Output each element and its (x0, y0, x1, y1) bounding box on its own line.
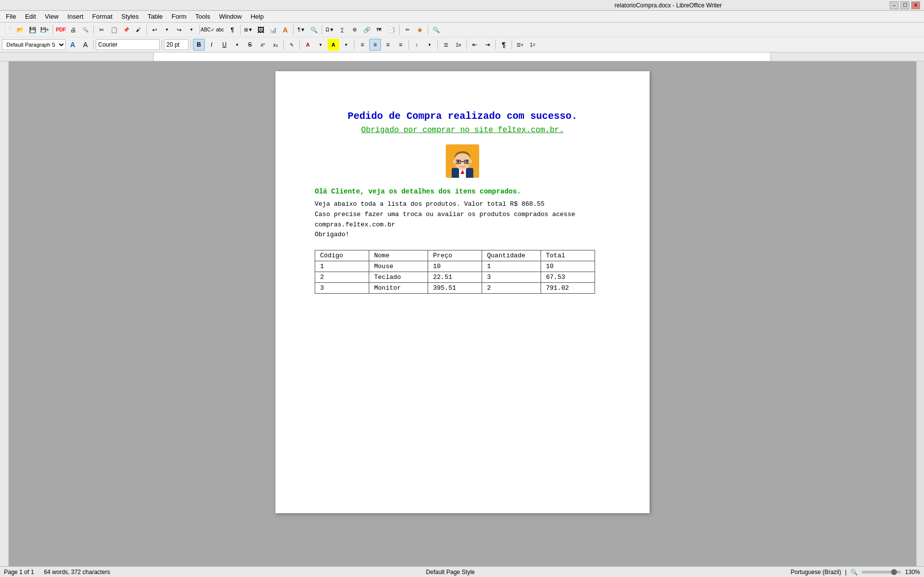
spelling-button[interactable]: ABC✓ (202, 24, 214, 36)
draw-button[interactable]: ✏ (402, 24, 413, 36)
nonprint-button[interactable]: ¶ (226, 24, 238, 36)
fsep10 (495, 40, 496, 50)
align-left-button[interactable]: ≡ (356, 39, 368, 51)
sep7 (322, 25, 322, 35)
table-cell-nome: Mouse (369, 261, 428, 272)
new-button[interactable]: 📄 (2, 24, 14, 36)
font-style-a-button[interactable]: A (67, 39, 79, 51)
italic-button[interactable]: I (206, 39, 217, 51)
cut-button[interactable]: ✂ (96, 24, 108, 36)
subscript-button[interactable]: x₂ (270, 39, 281, 51)
table-cell-total: 67.53 (541, 272, 595, 283)
copy-button[interactable]: 📋 (108, 24, 120, 36)
align-justify-button[interactable]: ≡ (395, 39, 407, 51)
zoom-tools: 🔍 (430, 24, 442, 36)
zoom-button[interactable]: 🔍 (430, 24, 442, 36)
save-button[interactable]: 💾 (27, 24, 38, 36)
zoom-percent: 130% (905, 569, 920, 576)
more-format-button[interactable]: ¶ (498, 39, 510, 51)
paste-button[interactable]: 📌 (120, 24, 132, 36)
fsep2 (162, 40, 162, 50)
table-button[interactable]: ⊞▼ (243, 24, 254, 36)
clone-button[interactable]: 🖌 (133, 24, 144, 36)
highlight-button[interactable]: ✎ (286, 39, 298, 51)
menu-edit[interactable]: Edit (21, 12, 40, 21)
special-char-button[interactable]: Ω▼ (324, 24, 336, 36)
redo-button[interactable]: ↪ (173, 24, 185, 36)
svg-point-13 (453, 160, 456, 164)
document-title: Pedido de Compra realizado com sucesso. (315, 110, 610, 122)
menu-help[interactable]: Help (246, 12, 268, 21)
maximize-button[interactable]: ☐ (900, 1, 909, 9)
close-button[interactable]: ✕ (911, 1, 920, 9)
word-count: 64 words, 372 characters (44, 569, 110, 576)
table-cell-preco: 10 (428, 261, 482, 272)
font-color-button[interactable]: A (302, 39, 314, 51)
table-row: 2Teclado22.51367.53 (315, 272, 595, 283)
line-spacing-button[interactable]: ↕ (411, 39, 423, 51)
autocorrect-button[interactable]: abc (214, 24, 226, 36)
menu-tools[interactable]: Tools (191, 12, 214, 21)
menu-form[interactable]: Form (167, 12, 190, 21)
bold-button[interactable]: B (193, 39, 205, 51)
highlight-color-button[interactable]: A (327, 39, 339, 51)
menu-format[interactable]: Format (88, 12, 116, 21)
menu-insert[interactable]: Insert (63, 12, 87, 21)
strikethrough-button[interactable]: S (244, 39, 256, 51)
list-numbered-extra[interactable]: 1= (527, 39, 539, 51)
align-right-button[interactable]: ≡ (382, 39, 394, 51)
title-bar-controls: – ☐ ✕ (890, 1, 920, 9)
highlight-color-dropdown[interactable]: ▼ (340, 39, 352, 51)
pdf-button[interactable]: PDF (55, 24, 67, 36)
align-center-button[interactable]: ≡ (369, 39, 381, 51)
indent-in-button[interactable]: ⇥ (482, 39, 493, 51)
print-button[interactable]: 🖨 (67, 24, 79, 36)
chart-button[interactable]: 📊 (267, 24, 279, 36)
fsep1 (93, 40, 94, 50)
list-unordered-button[interactable]: ☰ (440, 39, 452, 51)
redo-dropdown[interactable]: ▼ (186, 24, 197, 36)
menu-window[interactable]: Window (215, 12, 245, 21)
font-color-dropdown[interactable]: ▼ (315, 39, 326, 51)
menu-styles[interactable]: Styles (117, 12, 142, 21)
zoom-slider[interactable] (862, 571, 901, 574)
line-spacing-dropdown[interactable]: ▼ (424, 39, 435, 51)
avatar-image (446, 144, 479, 178)
table-cell-total: 10 (541, 261, 595, 272)
font-style-b-button[interactable]: A (80, 39, 91, 51)
font-name-input[interactable] (96, 39, 160, 50)
paragraph-style-dropdown[interactable]: Default Paragraph Styl (2, 39, 66, 50)
superscript-button[interactable]: x² (257, 39, 269, 51)
macro-button[interactable]: ⚙ (349, 24, 360, 36)
undo-dropdown[interactable]: ▼ (161, 24, 173, 36)
list-extra-button[interactable]: ☰+ (514, 39, 526, 51)
text-button[interactable]: A (279, 24, 291, 36)
styles-button[interactable]: ¶▼ (296, 24, 307, 36)
minimize-button[interactable]: – (890, 1, 898, 9)
font-size-input[interactable] (164, 39, 189, 50)
status-right: Portuguese (Brazil) | 🔍 130% (790, 569, 920, 576)
indent-out-button[interactable]: ⇤ (469, 39, 481, 51)
open-button[interactable]: 📂 (14, 24, 26, 36)
menu-view[interactable]: View (41, 12, 62, 21)
svg-point-11 (457, 161, 460, 163)
formula-button[interactable]: ∑ (336, 24, 348, 36)
star-button[interactable]: ★ (414, 24, 426, 36)
list-ordered-button[interactable]: 1≡ (453, 39, 464, 51)
undo-button[interactable]: ↩ (149, 24, 161, 36)
menu-file[interactable]: File (2, 12, 20, 21)
menu-table[interactable]: Table (143, 12, 166, 21)
find-button[interactable]: 🔍 (308, 24, 320, 36)
sidebar-button[interactable]: 📑 (385, 24, 397, 36)
link-button[interactable]: 🔗 (361, 24, 373, 36)
table-cell-nome: Teclado (369, 272, 428, 283)
print-preview-button[interactable]: 🔍 (80, 24, 91, 36)
underline-dropdown[interactable]: ▼ (231, 39, 243, 51)
save-as-button[interactable]: 💾+ (39, 24, 51, 36)
underline-button[interactable]: U (218, 39, 230, 51)
right-scrollbar[interactable] (916, 61, 924, 566)
table-row: 1Mouse10110 (315, 261, 595, 272)
scroll-area[interactable]: Pedido de Compra realizado com sucesso. … (9, 61, 916, 566)
image-button[interactable]: 🖼 (255, 24, 267, 36)
navigator-button[interactable]: 🗺 (373, 24, 385, 36)
